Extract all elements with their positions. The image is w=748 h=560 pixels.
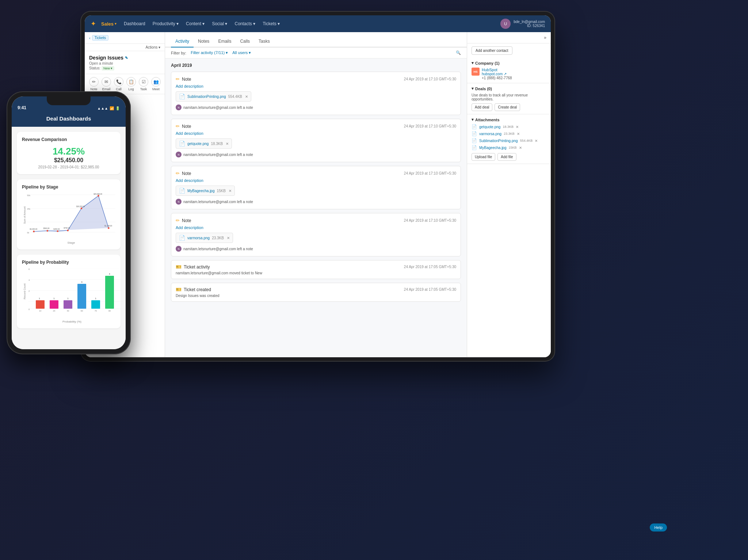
- svg-text:1: 1: [95, 297, 96, 300]
- nav-content[interactable]: Content ▾: [182, 15, 208, 32]
- filter-users-chip[interactable]: All users ▾: [232, 50, 251, 55]
- svg-point-11: [67, 230, 69, 232]
- call-button[interactable]: 📞 Call: [114, 77, 123, 91]
- svg-text:1: 1: [39, 297, 40, 300]
- phone-nav: Deal Dashboards: [12, 113, 126, 127]
- company-name[interactable]: HubSpot: [482, 68, 512, 72]
- file-size-3: 15KB: [217, 189, 226, 193]
- phone-nav-title: Deal Dashboards: [18, 115, 120, 122]
- remove-file-4[interactable]: ✕: [227, 236, 230, 240]
- note-desc-3[interactable]: Add description: [176, 178, 456, 183]
- note-card-2: ✏ Note 24 Apr 2019 at 17:10 GMT+5:30 Add…: [171, 119, 461, 162]
- tab-calls[interactable]: Calls: [236, 39, 254, 47]
- file-size-1: 554.4KB: [228, 95, 242, 99]
- note-button[interactable]: ✏ Note: [89, 77, 99, 91]
- actions-button[interactable]: Actions ▾: [145, 45, 160, 49]
- att-remove-1[interactable]: ✕: [516, 125, 519, 129]
- pipeline-probability-title: Pipeline by Probability: [22, 260, 115, 265]
- help-button[interactable]: Help: [650, 523, 667, 532]
- company-phone: +1 (888) 482-7768: [482, 76, 512, 80]
- svg-point-8: [33, 231, 35, 232]
- breadcrumb-tag[interactable]: Tickets: [92, 35, 108, 41]
- note-desc-2[interactable]: Add description: [176, 131, 456, 136]
- author-avatar-3: N: [176, 199, 182, 205]
- tab-tasks[interactable]: Tasks: [254, 39, 274, 47]
- deal-buttons: Add deal Create deal: [472, 103, 546, 111]
- phone-frame: 9:41 ▲▲▲ 📶 🔋 Deal Dashboards Revenue Com…: [7, 91, 131, 354]
- create-deal-button[interactable]: Create deal: [495, 103, 520, 111]
- att-file-name-2[interactable]: varmorsa.png: [479, 132, 501, 136]
- search-icon[interactable]: 🔍: [456, 50, 461, 55]
- nav-tickets[interactable]: Tickets ▾: [259, 15, 283, 32]
- add-file-button[interactable]: Add file: [497, 153, 516, 161]
- file-name-1[interactable]: SublimationPrinting.png: [187, 95, 226, 99]
- file-icon-1: 📄: [179, 94, 185, 99]
- nav-right: U bde_ln@gmail.com ID: 526341: [500, 19, 545, 29]
- att-file-name-4[interactable]: MyBageecha.jpg: [479, 146, 507, 150]
- tab-activity[interactable]: Activity: [171, 39, 194, 47]
- svg-rect-40: [77, 284, 86, 309]
- breadcrumb-arrow[interactable]: ‹: [89, 36, 91, 40]
- att-file-size-1: 18.3KB: [503, 125, 514, 129]
- svg-text:6: 6: [28, 268, 30, 270]
- note-desc-1[interactable]: Add description: [176, 84, 456, 88]
- task-button[interactable]: ☑ Task: [139, 77, 148, 91]
- tab-notes[interactable]: Notes: [194, 39, 214, 47]
- att-file-name-3[interactable]: SublimationPrinting.png: [479, 139, 518, 143]
- upload-file-button[interactable]: Upload file: [472, 153, 495, 161]
- remove-file-1[interactable]: ✕: [245, 95, 248, 99]
- filter-activity-chip[interactable]: Filter activity (7/11) ▾: [191, 50, 228, 55]
- deals-section: ▾ Deals (0) Use deals to track all your …: [467, 83, 551, 114]
- ticket-title: Design Issues ✎: [89, 55, 160, 61]
- attachments-chevron-icon[interactable]: ▾: [472, 117, 474, 122]
- ticket-activity-time-1: 24 Apr 2019 at 17:05 GMT+5:30: [404, 265, 456, 269]
- att-remove-2[interactable]: ✕: [517, 132, 520, 136]
- add-deal-button[interactable]: Add deal: [472, 103, 492, 111]
- svg-point-9: [47, 230, 49, 232]
- file-name-3[interactable]: MyBageecha.jpg: [187, 189, 215, 193]
- tab-emails[interactable]: Emails: [214, 39, 236, 47]
- nav-avatar: U: [500, 19, 511, 29]
- filter-label: Filter by:: [171, 51, 186, 55]
- deals-chevron-icon[interactable]: ▾: [472, 86, 474, 91]
- email-button[interactable]: ✉ Email: [102, 77, 111, 91]
- pipeline-probability-card: Pipeline by Probability Record Count 6: [17, 255, 121, 328]
- remove-file-2[interactable]: ✕: [226, 142, 229, 146]
- stage-y-label: Sum of Amount: [23, 206, 26, 224]
- nav-sales[interactable]: Sales ▾: [98, 15, 120, 32]
- deals-description: Use deals to track all your revenue oppo…: [472, 93, 546, 101]
- att-file-icon-4: 📄: [472, 145, 477, 150]
- file-name-2[interactable]: getquote.png: [187, 142, 209, 146]
- center-panel: Activity Notes Emails Calls Tasks Filter…: [165, 32, 467, 357]
- remove-file-3[interactable]: ✕: [229, 189, 232, 193]
- edit-title-icon[interactable]: ✎: [125, 56, 128, 60]
- company-url[interactable]: hubspot.com ↗: [482, 72, 512, 76]
- nav-social[interactable]: Social ▾: [208, 15, 231, 32]
- revenue-range: 2019-02-28 - 2019-04-01: $22,985.00: [22, 165, 115, 169]
- nav-productivity[interactable]: Productivity ▾: [149, 15, 182, 32]
- right-panel-header: »: [467, 32, 551, 43]
- svg-text:25k: 25k: [27, 208, 30, 210]
- att-remove-4[interactable]: ✕: [519, 146, 522, 150]
- add-contact-button[interactable]: Add another contact: [472, 46, 512, 55]
- prob-chart-svg: 6 4 2 0 1 10 1 20: [28, 268, 123, 312]
- company-chevron-icon[interactable]: ▾: [472, 61, 474, 65]
- phone-body: Revenue Comparison 14.25% $25,450.00 201…: [12, 127, 126, 349]
- log-button[interactable]: 📋 Log: [126, 77, 136, 91]
- meet-button[interactable]: 👥 Meet: [151, 77, 161, 91]
- svg-text:$25,099.00: $25,099.00: [94, 193, 102, 195]
- att-remove-3[interactable]: ✕: [535, 139, 538, 143]
- nav-dashboard[interactable]: Dashboard: [120, 15, 149, 32]
- company-header: ▾ Company (1): [472, 61, 546, 65]
- note-desc-4[interactable]: Add description: [176, 225, 456, 230]
- note-author-2: N namitam.letsnurture@gmail.com left a n…: [176, 152, 456, 157]
- nav-contacts[interactable]: Contacts ▾: [231, 15, 259, 32]
- collapse-button[interactable]: »: [544, 35, 546, 40]
- file-name-4[interactable]: varmorsa.png: [187, 236, 210, 240]
- author-avatar-4: N: [176, 246, 182, 252]
- revenue-amount: $25,450.00: [22, 157, 115, 164]
- note-edit-icon-1: ✏: [176, 76, 180, 82]
- status-badge[interactable]: New ▾: [102, 66, 115, 71]
- company-item: HS HubSpot hubspot.com ↗ +1 (888) 482-77…: [472, 68, 546, 80]
- att-file-name-1[interactable]: getquote.png: [479, 125, 500, 129]
